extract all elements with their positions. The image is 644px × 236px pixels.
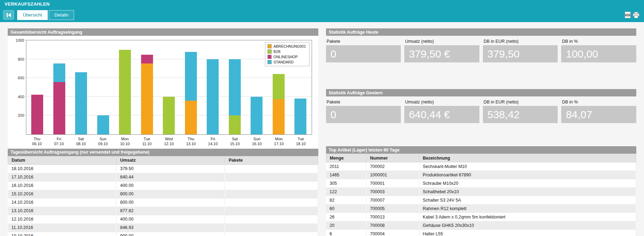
stats-today-labels: PaketeUmsatz (netto)DB in EUR (netto)DB … xyxy=(326,36,637,45)
print-button[interactable] xyxy=(633,12,639,18)
cell: 400.00 xyxy=(117,181,225,190)
txt-export-button[interactable]: TXT xyxy=(625,12,631,18)
legend-swatch xyxy=(267,60,272,64)
legend-swatch xyxy=(267,44,272,48)
table-row: 26700013Kabel 3 Adern x 0,2qmm 5m konfek… xyxy=(326,213,636,221)
cell: 13.10.2016 xyxy=(8,207,117,215)
header-row: MengeNummerBezeichnung xyxy=(326,154,636,162)
chart-body: 2004006008001000ABRECHNUNG001B2BONLINESH… xyxy=(8,36,318,149)
x-axis-label: Sun16.10 xyxy=(246,136,268,147)
stacked-bar xyxy=(251,40,263,134)
stacked-bar xyxy=(97,40,109,134)
legend-label: B2B xyxy=(273,49,280,54)
cell: 700004 xyxy=(366,230,419,236)
bar-segment-onlineshop xyxy=(53,82,65,134)
bar-slot xyxy=(224,40,246,134)
txt-file-icon: TXT xyxy=(625,12,631,18)
table-row: 305700001Schraube M10x20 xyxy=(326,179,636,188)
cell: 800.00 xyxy=(117,190,225,198)
y-axis-label: 1000 xyxy=(11,38,24,43)
table-row: 60700005Rahmen R12 komplett xyxy=(326,204,636,213)
stats-today-values: 0379,50 €379,50100,00 xyxy=(326,45,637,62)
cell: 846.93 xyxy=(117,223,225,232)
column-header: Menge xyxy=(326,154,366,162)
cell: Schalter S3 24V 5A xyxy=(419,196,636,204)
x-axis-label: Sun09.10 xyxy=(92,136,114,147)
daily-orders-table: DatumUmsatzPakete18.10.2016379.5017.10.2… xyxy=(8,156,318,236)
cell: 700001 xyxy=(366,179,419,188)
cell: 15.10.2016 xyxy=(8,190,117,198)
legend-swatch xyxy=(267,49,272,54)
cell: Gehäuse GHK5 20x30x10 xyxy=(419,221,636,230)
stacked-bar xyxy=(141,40,153,134)
bar-slot xyxy=(48,40,71,134)
cell: Sechskant-Mutter M10 xyxy=(419,162,636,171)
x-axis-label: Tue18.10 xyxy=(290,136,312,147)
bar-segment-onlineshop xyxy=(31,95,43,134)
svg-text:TXT: TXT xyxy=(626,14,630,16)
bar-segment-onlineshop xyxy=(141,55,153,63)
table-row: 6700004Halter L55 xyxy=(326,230,636,236)
table-row: 82700007Schalter S3 24V 5A xyxy=(326,196,636,204)
bar-segment-standard xyxy=(185,52,197,101)
top-articles-panel: Top Artikel (Lager) letzten 90 Tage Meng… xyxy=(326,146,637,236)
cell: 700003 xyxy=(366,188,419,196)
back-arrow-icon xyxy=(6,12,12,18)
stacked-bar xyxy=(185,40,197,134)
cell: 12.10.2016 xyxy=(8,215,117,223)
table-row: 10.10.2016900.00 xyxy=(8,232,318,236)
cell: 16.10.2016 xyxy=(8,181,117,190)
metric-label: Umsatz (netto) xyxy=(404,100,479,104)
chart-panel: Gesamtübersicht Auftragseingang 20040060… xyxy=(8,28,318,149)
table-row: 17.10.2016640.44 xyxy=(8,173,318,181)
metric-value: 538,42 xyxy=(483,106,558,123)
metric-label: DB in % xyxy=(561,100,636,104)
legend-label: ONLINESHOP xyxy=(273,55,298,59)
x-axis-label: Thu06.10 xyxy=(26,136,48,147)
column-header: Datum xyxy=(8,156,117,164)
cell: 2011 xyxy=(326,162,366,171)
cell xyxy=(225,181,318,190)
table-row: 122700003Schalthebel 20x10 xyxy=(326,188,636,196)
top-articles-header: Top Artikel (Lager) letzten 90 Tage xyxy=(326,146,637,154)
cell: 379.50 xyxy=(117,164,225,173)
bar-slot xyxy=(158,40,180,134)
tab-ubersicht[interactable]: Übersicht xyxy=(17,10,48,20)
cell: 20 xyxy=(326,221,366,230)
bar-slot xyxy=(114,40,136,134)
table-row: 14.10.2016800.00 xyxy=(8,198,318,207)
bar-slot xyxy=(180,40,202,134)
left-column: Gesamtübersicht Auftragseingang 20040060… xyxy=(8,28,318,236)
cell: 900.00 xyxy=(117,232,225,236)
cell: Rahmen R12 komplett xyxy=(419,204,636,213)
bar-segment-standard xyxy=(97,115,109,134)
metric-label: DB in EUR (netto) xyxy=(483,39,558,44)
stacked-bar xyxy=(119,40,131,134)
bar-segment-b2b xyxy=(119,50,131,134)
x-axis-label: Sat08.10 xyxy=(70,136,92,147)
x-axis-label: Wed12.10 xyxy=(158,136,180,147)
table-row: 13.10.2016877.82 xyxy=(8,207,318,215)
printer-icon xyxy=(633,12,639,18)
tab-actions: TXT xyxy=(625,12,641,18)
bar-slot xyxy=(202,40,224,134)
tabs: ÜbersichtDetails xyxy=(17,10,74,20)
bar-slot xyxy=(92,40,114,134)
top-articles-title: Top Artikel (Lager) letzten 90 Tage xyxy=(329,148,400,153)
cell xyxy=(225,215,318,223)
cell: 18.10.2016 xyxy=(8,164,117,173)
tab-details[interactable]: Details xyxy=(49,10,74,20)
cell: 640.44 xyxy=(117,173,225,181)
bar-segment-b2b xyxy=(229,115,241,134)
back-button[interactable] xyxy=(3,10,14,20)
table-row: 16.10.2016400.00 xyxy=(8,181,318,190)
bar-segment-b2b xyxy=(273,74,285,99)
cell xyxy=(225,198,318,207)
chart-legend: ABRECHNUNG001B2BONLINESHOPSTANDARD xyxy=(265,42,309,66)
stats-yesterday-title: Statistik Aufträge Gestern xyxy=(329,90,383,95)
cell: 700005 xyxy=(366,204,419,213)
cell: 17.10.2016 xyxy=(8,173,117,181)
cell: 700013 xyxy=(366,213,419,221)
cell: 700007 xyxy=(366,196,419,204)
stacked-bar xyxy=(31,40,43,134)
